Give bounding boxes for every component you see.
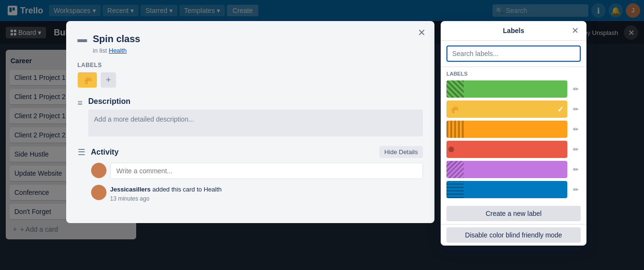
comment-row: [91, 163, 423, 179]
modal-title: Spin class: [93, 33, 141, 45]
label-row-purple: ✏: [446, 161, 581, 178]
activity-title: Activity: [91, 148, 119, 157]
comment-input[interactable]: [110, 163, 423, 179]
modal-close-button[interactable]: ✕: [415, 26, 429, 39]
description-icon: ≡: [78, 98, 83, 108]
labels-row: 🥐 +: [78, 72, 423, 88]
description-content: Description Add a more detailed descript…: [88, 97, 422, 136]
description-heading: Description: [88, 97, 422, 106]
description-placeholder[interactable]: Add a more detailed description...: [88, 110, 422, 136]
label-bar-green[interactable]: [446, 80, 567, 98]
activity-time: 13 minutes ago: [110, 195, 222, 202]
activity-action: added this card to Health: [152, 186, 222, 193]
hide-details-button[interactable]: Hide Details: [379, 146, 422, 158]
list-link[interactable]: Health: [109, 47, 127, 54]
label-bar-orange[interactable]: [446, 121, 567, 138]
description-section: ≡ Description Add a more detailed descri…: [78, 97, 423, 136]
label-edit-green[interactable]: ✏: [571, 83, 581, 95]
labels-popup: Labels ✕ Labels ✏ 🥐 ✓ ✏: [441, 21, 586, 246]
label-edit-yellow[interactable]: ✏: [571, 103, 581, 115]
card-icon: ▬: [78, 34, 87, 45]
activity-header: Activity Hide Details: [91, 146, 423, 158]
modal-overlay[interactable]: ✕ ▬ Spin class in list Health Labels 🥐 +…: [0, 0, 644, 270]
activity-section: ☰ Activity Hide Details Jessicasillers a…: [78, 146, 423, 202]
label-pattern-yellow: 🥐: [449, 105, 459, 114]
label-row-green: ✏: [446, 80, 581, 98]
popup-title: Labels: [503, 27, 524, 34]
label-bar-red[interactable]: [446, 141, 567, 158]
activity-content: Activity Hide Details Jessicasillers add…: [91, 146, 423, 202]
activity-user: Jessicasillers: [110, 186, 151, 193]
label-pattern-icon: 🥐: [82, 76, 92, 85]
activity-text-block: Jessicasillers added this card to Health…: [110, 185, 222, 202]
activity-user-avatar: [91, 185, 106, 200]
modal-title-row: ▬ Spin class: [78, 33, 423, 45]
add-label-button[interactable]: +: [101, 72, 116, 88]
activity-icon: ☰: [78, 147, 85, 158]
popup-section-label: Labels: [441, 67, 586, 79]
create-new-label-button[interactable]: Create a new label: [446, 206, 581, 221]
popup-search-area: [441, 41, 586, 67]
activity-text: Jessicasillers added this card to Health: [110, 185, 222, 194]
activity-entry: Jessicasillers added this card to Health…: [91, 185, 423, 202]
label-bar-purple[interactable]: [446, 161, 567, 178]
label-row-blue: ✏: [446, 181, 581, 198]
labels-section-title: Labels: [78, 62, 423, 68]
popup-header: Labels ✕: [441, 21, 586, 41]
label-row-red: ✏: [446, 141, 581, 158]
disable-colorblind-button[interactable]: Disable color blind friendly mode: [446, 227, 581, 243]
label-row-orange: ✏: [446, 121, 581, 138]
labels-section: Labels 🥐 +: [78, 62, 423, 88]
label-checkmark-yellow: ✓: [557, 105, 563, 114]
label-bar-blue[interactable]: [446, 181, 567, 198]
card-modal: ✕ ▬ Spin class in list Health Labels 🥐 +…: [66, 21, 434, 223]
label-bar-yellow[interactable]: 🥐 ✓: [446, 101, 567, 118]
popup-divider: [441, 224, 586, 225]
label-search-input[interactable]: [446, 45, 581, 62]
label-row-yellow: 🥐 ✓ ✏: [446, 101, 581, 118]
popup-close-button[interactable]: ✕: [569, 24, 582, 37]
label-edit-orange[interactable]: ✏: [571, 124, 581, 135]
label-edit-red[interactable]: ✏: [571, 144, 581, 155]
label-edit-purple[interactable]: ✏: [571, 164, 581, 175]
label-edit-blue[interactable]: ✏: [571, 184, 581, 195]
label-chip[interactable]: 🥐: [78, 72, 97, 88]
comment-user-avatar: [91, 163, 106, 178]
modal-subtitle: in list Health: [93, 47, 423, 54]
labels-list: ✏ 🥐 ✓ ✏ ✏ ✏: [441, 79, 586, 203]
